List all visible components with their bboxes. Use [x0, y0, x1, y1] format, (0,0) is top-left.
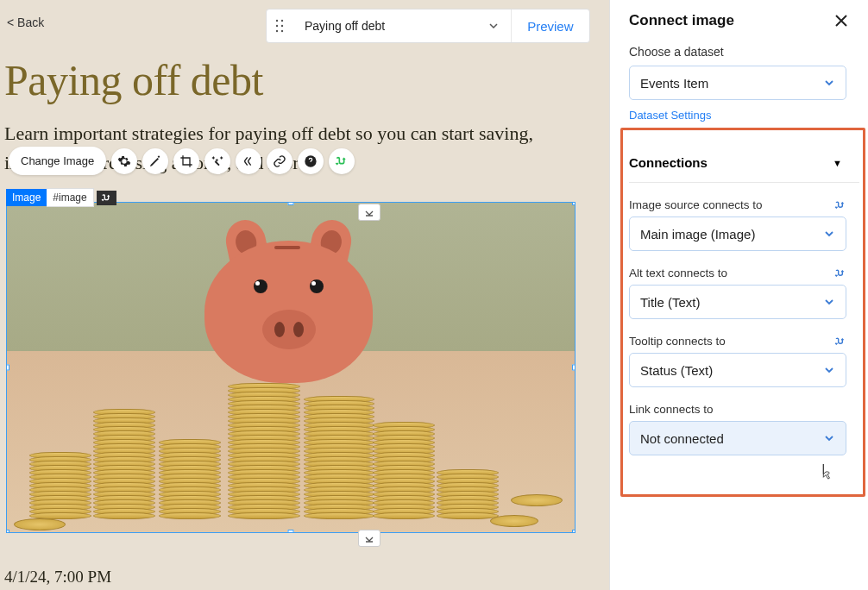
- svg-point-5: [281, 30, 283, 32]
- resize-handle[interactable]: [6, 530, 9, 533]
- dataset-settings-link[interactable]: Dataset Settings: [629, 109, 711, 122]
- collapse-top-icon[interactable]: [358, 204, 381, 221]
- link-icon[interactable]: [267, 148, 292, 174]
- connections-section-header[interactable]: Connections ▼: [629, 143, 859, 183]
- help-icon[interactable]: [298, 148, 324, 174]
- svg-point-4: [276, 30, 278, 32]
- resize-handle[interactable]: [6, 365, 9, 371]
- svg-point-0: [276, 20, 278, 22]
- connect-tag-icon[interactable]: [97, 191, 116, 205]
- drag-handle-icon[interactable]: [267, 19, 292, 33]
- resize-handle[interactable]: [288, 202, 294, 205]
- svg-point-1: [281, 20, 283, 22]
- coins-illustration: [7, 360, 575, 532]
- image-source-label: Image source connects to: [629, 198, 763, 211]
- resize-handle[interactable]: [572, 202, 576, 205]
- resize-handle[interactable]: [572, 530, 576, 533]
- animation-icon[interactable]: [236, 148, 261, 174]
- chevron-down-icon: [488, 21, 499, 31]
- element-type-tag[interactable]: Image: [6, 189, 47, 206]
- image-source-dropdown[interactable]: Main image (Image): [629, 217, 846, 251]
- link-value: Not connected: [640, 431, 724, 446]
- chevron-down-icon: [823, 77, 835, 89]
- page-title-select-label: Paying off debt: [305, 19, 385, 33]
- back-link[interactable]: < Back: [7, 16, 44, 29]
- dataset-dropdown[interactable]: Events Item: [629, 66, 846, 100]
- dataset-label: Choose a dataset: [629, 45, 859, 59]
- tooltip-dropdown[interactable]: Status (Text): [629, 353, 846, 387]
- chevron-down-icon: [823, 228, 835, 240]
- timestamp: 4/1/24, 7:00 PM: [4, 568, 111, 587]
- chevron-down-icon: [823, 296, 835, 308]
- tooltip-label: Tooltip connects to: [629, 335, 726, 348]
- resize-handle[interactable]: [572, 365, 576, 371]
- swap-icon[interactable]: [834, 267, 846, 279]
- swap-icon[interactable]: [834, 199, 846, 211]
- editor-canvas: < Back Paying off debt Preview Paying of…: [0, 0, 610, 590]
- crop-icon[interactable]: [173, 148, 199, 174]
- resize-handle[interactable]: [288, 530, 294, 533]
- top-toolbar: Paying off debt Preview: [266, 9, 590, 43]
- close-icon[interactable]: [833, 13, 849, 28]
- tooltip-value: Status (Text): [640, 363, 713, 378]
- svg-point-2: [276, 25, 278, 27]
- page-title-select[interactable]: Paying off debt: [292, 9, 511, 42]
- chevron-down-icon: [823, 432, 835, 444]
- svg-point-3: [281, 25, 283, 27]
- image-toolbar: Change Image: [9, 147, 355, 175]
- selected-image[interactable]: [6, 202, 576, 533]
- alt-text-dropdown[interactable]: Title (Text): [629, 285, 846, 319]
- connect-image-panel: Connect image Choose a dataset Events It…: [610, 0, 868, 590]
- panel-title: Connect image: [629, 12, 734, 29]
- edit-icon[interactable]: [142, 148, 168, 174]
- settings-icon[interactable]: [111, 148, 137, 174]
- preview-link[interactable]: Preview: [512, 19, 588, 34]
- swap-icon[interactable]: [834, 336, 846, 348]
- link-dropdown[interactable]: Not connected: [629, 421, 846, 455]
- link-label: Link connects to: [629, 403, 714, 416]
- element-tags: Image #image: [6, 188, 116, 207]
- alt-text-label: Alt text connects to: [629, 267, 727, 279]
- change-image-button[interactable]: Change Image: [9, 147, 106, 175]
- piggy-bank-illustration: [200, 215, 377, 383]
- alt-text-value: Title (Text): [640, 295, 700, 310]
- collapse-triangle-icon: ▼: [833, 158, 842, 168]
- chevron-down-icon: [823, 364, 835, 376]
- collapse-bottom-icon[interactable]: [358, 530, 381, 547]
- data-connection-icon[interactable]: [329, 148, 355, 174]
- page-title: Paying off debt: [4, 55, 263, 105]
- image-source-value: Main image (Image): [640, 227, 755, 242]
- element-id-tag[interactable]: #image: [47, 188, 93, 207]
- connections-section-title: Connections: [629, 155, 708, 170]
- dataset-value: Events Item: [640, 76, 708, 91]
- magic-icon[interactable]: [204, 148, 230, 174]
